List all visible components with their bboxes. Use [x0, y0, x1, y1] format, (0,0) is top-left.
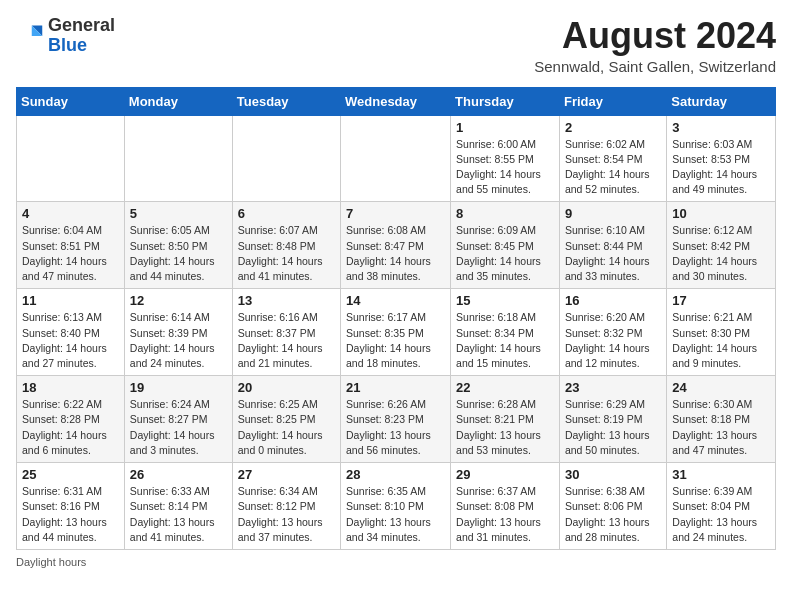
calendar-cell: 24Sunrise: 6:30 AMSunset: 8:18 PMDayligh…: [667, 376, 776, 463]
calendar-cell: 11Sunrise: 6:13 AMSunset: 8:40 PMDayligh…: [17, 289, 125, 376]
calendar-cell: 10Sunrise: 6:12 AMSunset: 8:42 PMDayligh…: [667, 202, 776, 289]
calendar-cell: 14Sunrise: 6:17 AMSunset: 8:35 PMDayligh…: [341, 289, 451, 376]
day-number: 28: [346, 467, 445, 482]
day-number: 26: [130, 467, 227, 482]
day-number: 15: [456, 293, 554, 308]
day-info: Sunrise: 6:17 AMSunset: 8:35 PMDaylight:…: [346, 310, 445, 371]
calendar-table: SundayMondayTuesdayWednesdayThursdayFrid…: [16, 87, 776, 550]
calendar-cell: 19Sunrise: 6:24 AMSunset: 8:27 PMDayligh…: [124, 376, 232, 463]
calendar-cell: [17, 115, 125, 202]
calendar-cell: 20Sunrise: 6:25 AMSunset: 8:25 PMDayligh…: [232, 376, 340, 463]
day-info: Sunrise: 6:35 AMSunset: 8:10 PMDaylight:…: [346, 484, 445, 545]
page-header: General Blue August 2024 Sennwald, Saint…: [16, 16, 776, 75]
day-info: Sunrise: 6:03 AMSunset: 8:53 PMDaylight:…: [672, 137, 770, 198]
day-info: Sunrise: 6:22 AMSunset: 8:28 PMDaylight:…: [22, 397, 119, 458]
day-number: 12: [130, 293, 227, 308]
day-info: Sunrise: 6:13 AMSunset: 8:40 PMDaylight:…: [22, 310, 119, 371]
calendar-week-3: 11Sunrise: 6:13 AMSunset: 8:40 PMDayligh…: [17, 289, 776, 376]
calendar-cell: 8Sunrise: 6:09 AMSunset: 8:45 PMDaylight…: [451, 202, 560, 289]
day-info: Sunrise: 6:25 AMSunset: 8:25 PMDaylight:…: [238, 397, 335, 458]
calendar-cell: 4Sunrise: 6:04 AMSunset: 8:51 PMDaylight…: [17, 202, 125, 289]
day-info: Sunrise: 6:24 AMSunset: 8:27 PMDaylight:…: [130, 397, 227, 458]
weekday-header-thursday: Thursday: [451, 87, 560, 115]
day-number: 25: [22, 467, 119, 482]
weekday-header-monday: Monday: [124, 87, 232, 115]
calendar-cell: 31Sunrise: 6:39 AMSunset: 8:04 PMDayligh…: [667, 463, 776, 550]
day-info: Sunrise: 6:37 AMSunset: 8:08 PMDaylight:…: [456, 484, 554, 545]
calendar-cell: 5Sunrise: 6:05 AMSunset: 8:50 PMDaylight…: [124, 202, 232, 289]
calendar-cell: 18Sunrise: 6:22 AMSunset: 8:28 PMDayligh…: [17, 376, 125, 463]
calendar-cell: 22Sunrise: 6:28 AMSunset: 8:21 PMDayligh…: [451, 376, 560, 463]
day-info: Sunrise: 6:08 AMSunset: 8:47 PMDaylight:…: [346, 223, 445, 284]
weekday-header-wednesday: Wednesday: [341, 87, 451, 115]
day-info: Sunrise: 6:34 AMSunset: 8:12 PMDaylight:…: [238, 484, 335, 545]
weekday-header-friday: Friday: [559, 87, 666, 115]
calendar-title: August 2024: [534, 16, 776, 56]
calendar-cell: 25Sunrise: 6:31 AMSunset: 8:16 PMDayligh…: [17, 463, 125, 550]
day-info: Sunrise: 6:33 AMSunset: 8:14 PMDaylight:…: [130, 484, 227, 545]
day-number: 23: [565, 380, 661, 395]
day-info: Sunrise: 6:05 AMSunset: 8:50 PMDaylight:…: [130, 223, 227, 284]
weekday-header-row: SundayMondayTuesdayWednesdayThursdayFrid…: [17, 87, 776, 115]
calendar-cell: 2Sunrise: 6:02 AMSunset: 8:54 PMDaylight…: [559, 115, 666, 202]
calendar-cell: 26Sunrise: 6:33 AMSunset: 8:14 PMDayligh…: [124, 463, 232, 550]
day-number: 9: [565, 206, 661, 221]
calendar-cell: 28Sunrise: 6:35 AMSunset: 8:10 PMDayligh…: [341, 463, 451, 550]
calendar-subtitle: Sennwald, Saint Gallen, Switzerland: [534, 58, 776, 75]
title-area: August 2024 Sennwald, Saint Gallen, Swit…: [534, 16, 776, 75]
day-info: Sunrise: 6:30 AMSunset: 8:18 PMDaylight:…: [672, 397, 770, 458]
logo-blue: Blue: [48, 36, 115, 56]
day-info: Sunrise: 6:16 AMSunset: 8:37 PMDaylight:…: [238, 310, 335, 371]
calendar-cell: 12Sunrise: 6:14 AMSunset: 8:39 PMDayligh…: [124, 289, 232, 376]
calendar-cell: 13Sunrise: 6:16 AMSunset: 8:37 PMDayligh…: [232, 289, 340, 376]
calendar-week-4: 18Sunrise: 6:22 AMSunset: 8:28 PMDayligh…: [17, 376, 776, 463]
day-number: 8: [456, 206, 554, 221]
day-info: Sunrise: 6:29 AMSunset: 8:19 PMDaylight:…: [565, 397, 661, 458]
calendar-cell: 1Sunrise: 6:00 AMSunset: 8:55 PMDaylight…: [451, 115, 560, 202]
day-number: 27: [238, 467, 335, 482]
day-number: 29: [456, 467, 554, 482]
calendar-cell: 30Sunrise: 6:38 AMSunset: 8:06 PMDayligh…: [559, 463, 666, 550]
calendar-cell: [232, 115, 340, 202]
weekday-header-saturday: Saturday: [667, 87, 776, 115]
logo-text: General Blue: [48, 16, 115, 56]
day-number: 2: [565, 120, 661, 135]
day-info: Sunrise: 6:02 AMSunset: 8:54 PMDaylight:…: [565, 137, 661, 198]
day-number: 24: [672, 380, 770, 395]
calendar-week-5: 25Sunrise: 6:31 AMSunset: 8:16 PMDayligh…: [17, 463, 776, 550]
day-number: 18: [22, 380, 119, 395]
logo-icon: [16, 22, 44, 50]
calendar-cell: 3Sunrise: 6:03 AMSunset: 8:53 PMDaylight…: [667, 115, 776, 202]
day-number: 5: [130, 206, 227, 221]
day-info: Sunrise: 6:39 AMSunset: 8:04 PMDaylight:…: [672, 484, 770, 545]
day-number: 1: [456, 120, 554, 135]
calendar-cell: 27Sunrise: 6:34 AMSunset: 8:12 PMDayligh…: [232, 463, 340, 550]
calendar-cell: 6Sunrise: 6:07 AMSunset: 8:48 PMDaylight…: [232, 202, 340, 289]
logo-general: General: [48, 16, 115, 36]
day-info: Sunrise: 6:04 AMSunset: 8:51 PMDaylight:…: [22, 223, 119, 284]
day-info: Sunrise: 6:14 AMSunset: 8:39 PMDaylight:…: [130, 310, 227, 371]
day-info: Sunrise: 6:07 AMSunset: 8:48 PMDaylight:…: [238, 223, 335, 284]
day-number: 11: [22, 293, 119, 308]
day-info: Sunrise: 6:38 AMSunset: 8:06 PMDaylight:…: [565, 484, 661, 545]
day-info: Sunrise: 6:18 AMSunset: 8:34 PMDaylight:…: [456, 310, 554, 371]
day-number: 17: [672, 293, 770, 308]
calendar-cell: [124, 115, 232, 202]
day-info: Sunrise: 6:26 AMSunset: 8:23 PMDaylight:…: [346, 397, 445, 458]
day-number: 22: [456, 380, 554, 395]
footer-note: Daylight hours: [16, 556, 776, 568]
day-info: Sunrise: 6:09 AMSunset: 8:45 PMDaylight:…: [456, 223, 554, 284]
calendar-cell: 23Sunrise: 6:29 AMSunset: 8:19 PMDayligh…: [559, 376, 666, 463]
day-number: 3: [672, 120, 770, 135]
day-number: 4: [22, 206, 119, 221]
day-info: Sunrise: 6:28 AMSunset: 8:21 PMDaylight:…: [456, 397, 554, 458]
day-number: 16: [565, 293, 661, 308]
calendar-week-2: 4Sunrise: 6:04 AMSunset: 8:51 PMDaylight…: [17, 202, 776, 289]
day-info: Sunrise: 6:12 AMSunset: 8:42 PMDaylight:…: [672, 223, 770, 284]
day-info: Sunrise: 6:21 AMSunset: 8:30 PMDaylight:…: [672, 310, 770, 371]
calendar-cell: 17Sunrise: 6:21 AMSunset: 8:30 PMDayligh…: [667, 289, 776, 376]
calendar-cell: 21Sunrise: 6:26 AMSunset: 8:23 PMDayligh…: [341, 376, 451, 463]
calendar-cell: 15Sunrise: 6:18 AMSunset: 8:34 PMDayligh…: [451, 289, 560, 376]
calendar-week-1: 1Sunrise: 6:00 AMSunset: 8:55 PMDaylight…: [17, 115, 776, 202]
day-number: 30: [565, 467, 661, 482]
